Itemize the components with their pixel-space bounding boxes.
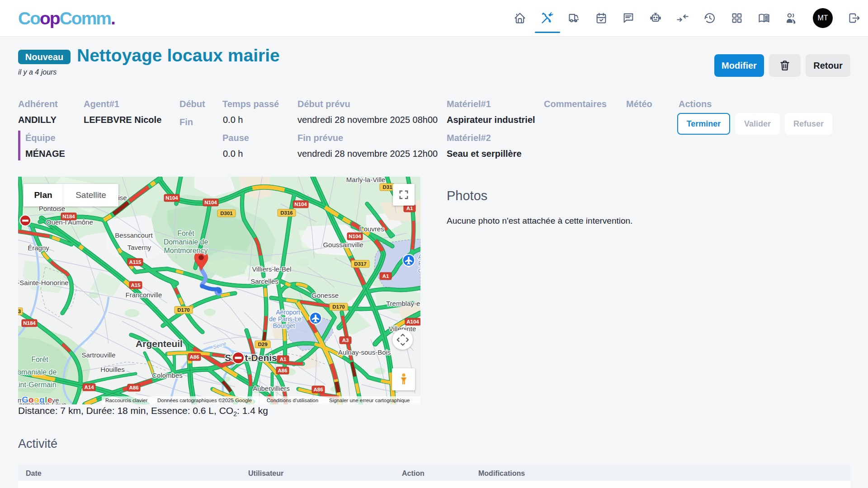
svg-text:N104: N104 [204,200,217,205]
svg-text:A14: A14 [84,385,94,390]
svg-text:Domaniale de: Domaniale de [18,368,57,376]
svg-text:P: P [418,260,420,267]
svg-text:Houilles: Houilles [100,366,124,373]
svg-text:D170: D170 [177,307,190,313]
svg-text:A15: A15 [131,282,141,288]
svg-text:N104: N104 [294,202,307,207]
svg-text:Sartrouville: Sartrouville [81,351,115,359]
svg-text:A: A [418,253,420,260]
svg-text:Franconville: Franconville [126,291,162,299]
svg-text:Raccourcis clavier: Raccourcis clavier [105,398,147,403]
svg-text:N104: N104 [349,234,361,239]
svg-text:A1: A1 [280,357,287,362]
svg-text:Louvres: Louvres [360,225,384,233]
svg-text:Aulnay-sous-Bois: Aulnay-sous-Bois [338,348,391,356]
svg-text:D29: D29 [258,342,267,347]
svg-text:Sarcelles: Sarcelles [250,277,278,285]
svg-text:A115: A115 [129,259,142,265]
svg-text:Saint-Germain: Saint-Germain [18,381,57,389]
svg-text:de Paris-Le: de Paris-Le [269,315,302,323]
svg-text:A1: A1 [382,273,389,279]
svg-text:D31: D31 [382,184,392,190]
svg-text:Gonesse: Gonesse [311,291,339,299]
svg-text:Bourget: Bourget [273,322,295,329]
svg-text:Forêt: Forêt [31,356,48,363]
svg-text:D316: D316 [280,210,293,216]
svg-text:N184: N184 [62,214,75,219]
svg-text:Marly-la-Ville: Marly-la-Ville [346,177,385,183]
svg-text:Goussainville: Goussainville [323,241,363,249]
svg-text:A1: A1 [406,206,413,211]
svg-text:D170: D170 [332,304,345,310]
svg-text:3: 3 [18,309,21,314]
svg-text:N104: N104 [165,195,178,201]
svg-text:ise: ise [118,194,127,202]
svg-text:A3: A3 [342,338,349,343]
svg-text:d: d [418,267,420,274]
svg-text:Éragny: Éragny [28,244,49,252]
svg-text:A86: A86 [129,385,138,390]
svg-text:A104: A104 [406,319,419,324]
svg-text:A86: A86 [189,354,199,360]
svg-text:Forêt: Forêt [177,230,194,237]
svg-text:N184: N184 [23,320,36,326]
svg-text:D301: D301 [220,211,233,216]
svg-text:Tremblay-en: Tremblay-en [386,300,420,307]
svg-text:Signaler une erreur cartograph: Signaler une erreur cartographique [329,398,410,403]
svg-text:Colombes: Colombes [152,371,183,379]
svg-text:Conditions d'utilisation: Conditions d'utilisation [267,398,318,403]
svg-text:Domaniale de: Domaniale de [164,238,208,246]
svg-text:Bessancourt: Bessancourt [115,231,153,239]
svg-text:Aubervilliers: Aubervilliers [253,385,290,392]
svg-text:A86: A86 [313,387,323,392]
svg-text:Données cartographiques ©2025: Données cartographiques ©2025 Google [157,398,252,403]
svg-text:Villiers-le-Bel: Villiers-le-Bel [252,265,291,273]
svg-text:-Sainte-Honorine: -Sainte-Honorine [18,279,69,286]
svg-text:Aéroport: Aéroport [276,309,300,316]
svg-text:Montmorency: Montmorency [164,247,208,254]
svg-text:D317: D317 [354,261,367,267]
svg-text:Argenteuil: Argenteuil [136,338,183,349]
svg-text:Taverny: Taverny [127,244,151,251]
svg-text:A86: A86 [278,368,287,373]
svg-text:ermain-en-Laye: ermain-en-Laye [19,401,66,404]
